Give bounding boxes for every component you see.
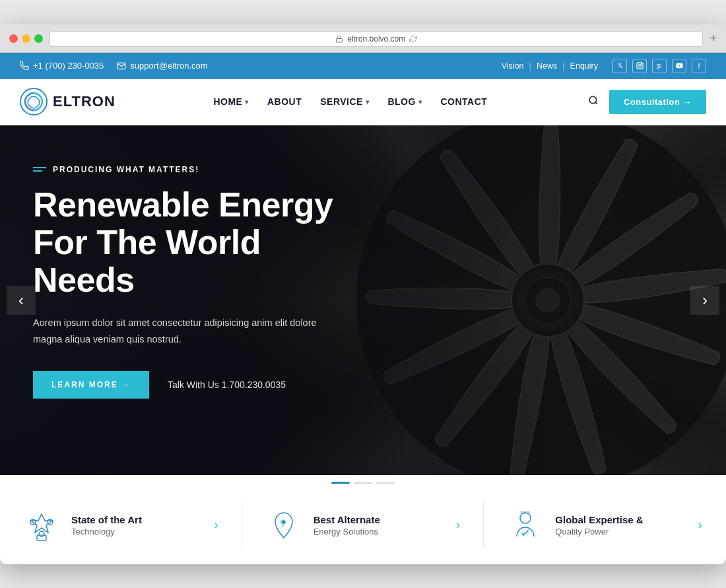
facebook-icon[interactable]: f bbox=[692, 59, 706, 73]
feature-item-3: Global Expertise & Quality Power › bbox=[484, 486, 726, 564]
dot-3[interactable] bbox=[376, 482, 395, 484]
eyebrow-text: PRODUCING WHAT MATTERS! bbox=[53, 165, 199, 174]
service-chevron: ▾ bbox=[366, 98, 370, 106]
feature-text-2: Best Alternate Energy Solutions bbox=[314, 514, 380, 537]
nav-item-service: SERVICE ▾ bbox=[312, 91, 377, 112]
svg-point-2 bbox=[641, 64, 642, 65]
enquiry-link[interactable]: Enquiry bbox=[570, 61, 598, 71]
tl-red[interactable] bbox=[9, 34, 18, 43]
instagram-icon[interactable] bbox=[632, 59, 647, 73]
energy-icon bbox=[266, 507, 302, 543]
hero-eyebrow: PRODUCING WHAT MATTERS! bbox=[33, 165, 350, 174]
nav-about-link[interactable]: ABOUT bbox=[259, 91, 310, 112]
svg-marker-10 bbox=[31, 514, 52, 533]
svg-point-5 bbox=[589, 96, 597, 104]
dot-1[interactable] bbox=[331, 482, 350, 484]
nav-service-link[interactable]: SERVICE ▾ bbox=[312, 91, 377, 112]
news-link[interactable]: News bbox=[537, 61, 557, 71]
carousel-next-button[interactable]: › bbox=[690, 286, 719, 315]
top-bar-right: Vision | News | Enquiry 𝕏 𝕡 f bbox=[502, 59, 706, 73]
top-nav-links: Vision | News | Enquiry bbox=[502, 61, 598, 71]
phone-text: +1 (700) 230-0035 bbox=[33, 61, 104, 71]
browser-chrome: eltron.bolvo.com + bbox=[0, 24, 726, 53]
email-text: support@eltron.com bbox=[130, 61, 207, 71]
nav-links: HOME ▾ ABOUT SERVICE ▾ BLOG ▾ CONTACT bbox=[205, 91, 495, 112]
home-chevron: ▾ bbox=[245, 98, 249, 106]
nav-item-home: HOME ▾ bbox=[205, 91, 257, 112]
nav-item-about: ABOUT bbox=[259, 91, 310, 112]
carousel-prev-button[interactable]: ‹ bbox=[7, 286, 36, 315]
twitter-icon[interactable]: 𝕏 bbox=[612, 59, 627, 73]
new-tab-button[interactable]: + bbox=[710, 32, 717, 46]
nav-contact-link[interactable]: CONTACT bbox=[432, 91, 495, 112]
eyebrow-line-2 bbox=[33, 170, 42, 172]
features-grid: State of the Art Technology › Best Alter… bbox=[0, 486, 726, 564]
feature-text-1: State of the Art Technology bbox=[71, 514, 142, 537]
feature-arrow-3: › bbox=[698, 518, 702, 532]
email-item: support@eltron.com bbox=[117, 61, 207, 71]
expertise-icon bbox=[508, 507, 543, 543]
feature-arrow-1: › bbox=[214, 518, 218, 532]
hero-section: PRODUCING WHAT MATTERS! Renewable Energy… bbox=[0, 125, 726, 475]
pinterest-icon[interactable]: 𝕡 bbox=[652, 59, 667, 73]
talk-us-text: Talk With Us 1.700.230.0035 bbox=[168, 379, 286, 390]
address-bar[interactable]: eltron.bolvo.com bbox=[50, 31, 703, 47]
feature-text-3: Global Expertise & Quality Power bbox=[555, 514, 643, 537]
nav-blog-link[interactable]: BLOG ▾ bbox=[380, 91, 430, 112]
nav-actions: Consultation → bbox=[585, 90, 706, 114]
eyebrow-lines bbox=[33, 167, 46, 172]
nav-item-contact: CONTACT bbox=[432, 91, 495, 112]
svg-point-11 bbox=[39, 531, 44, 537]
hero-content: PRODUCING WHAT MATTERS! Renewable Energy… bbox=[0, 125, 383, 439]
search-button[interactable] bbox=[585, 92, 601, 111]
top-bar-contact: +1 (700) 230-0035 support@eltron.com bbox=[20, 61, 208, 71]
logo-text: ELTRON bbox=[53, 93, 116, 110]
vision-link[interactable]: Vision bbox=[502, 61, 524, 71]
tl-yellow[interactable] bbox=[22, 34, 30, 43]
hero-subtitle: Aorem ipsum dolor sit amet consectetur a… bbox=[33, 315, 337, 347]
hero-title-line2: For The World Needs bbox=[33, 223, 261, 299]
svg-rect-17 bbox=[521, 511, 530, 513]
tl-green[interactable] bbox=[34, 34, 43, 43]
logo[interactable]: ELTRON bbox=[20, 88, 116, 115]
nav-item-blog: BLOG ▾ bbox=[380, 91, 430, 112]
hero-title-line1: Renewable Energy bbox=[33, 185, 333, 224]
learn-more-button[interactable]: LEARN MORE → bbox=[33, 371, 149, 399]
phone-item: +1 (700) 230-0035 bbox=[20, 61, 104, 71]
consultation-button[interactable]: Consultation → bbox=[609, 90, 706, 114]
eyebrow-line-1 bbox=[33, 167, 46, 168]
hero-actions: LEARN MORE → Talk With Us 1.700.230.0035 bbox=[33, 371, 350, 399]
features-bar: State of the Art Technology › Best Alter… bbox=[0, 475, 726, 564]
browser-window: eltron.bolvo.com + +1 (700) 230-0035 sup… bbox=[0, 24, 726, 564]
feature-arrow-2: › bbox=[456, 518, 460, 532]
top-bar: +1 (700) 230-0035 support@eltron.com Vis… bbox=[0, 53, 726, 79]
youtube-icon[interactable] bbox=[672, 59, 686, 73]
feature-title-1: State of the Art bbox=[71, 514, 142, 525]
url-text: eltron.bolvo.com bbox=[347, 34, 405, 44]
feature-item-1: State of the Art Technology › bbox=[0, 486, 242, 564]
feature-title-2: Best Alternate bbox=[314, 514, 380, 525]
feature-subtitle-2: Energy Solutions bbox=[314, 527, 380, 537]
main-nav: ELTRON HOME ▾ ABOUT SERVICE ▾ BLOG ▾ bbox=[0, 79, 726, 125]
svg-point-15 bbox=[282, 521, 285, 523]
svg-rect-14 bbox=[37, 535, 46, 540]
technology-icon bbox=[24, 507, 59, 543]
slider-dots bbox=[0, 475, 726, 486]
dot-2[interactable] bbox=[354, 482, 372, 484]
feature-subtitle-1: Technology bbox=[71, 527, 142, 537]
feature-item-2: Best Alternate Energy Solutions › bbox=[242, 486, 484, 564]
social-icons: 𝕏 𝕡 f bbox=[612, 59, 706, 73]
sep-2: | bbox=[562, 61, 564, 71]
hero-title: Renewable Energy For The World Needs bbox=[33, 186, 350, 300]
traffic-lights bbox=[9, 34, 43, 43]
sep-1: | bbox=[529, 61, 531, 71]
svg-point-16 bbox=[520, 513, 531, 523]
svg-rect-0 bbox=[337, 38, 343, 42]
blog-chevron: ▾ bbox=[418, 98, 422, 106]
feature-subtitle-3: Quality Power bbox=[555, 527, 643, 537]
feature-title-3: Global Expertise & bbox=[555, 514, 643, 525]
nav-home-link[interactable]: HOME ▾ bbox=[205, 91, 257, 112]
